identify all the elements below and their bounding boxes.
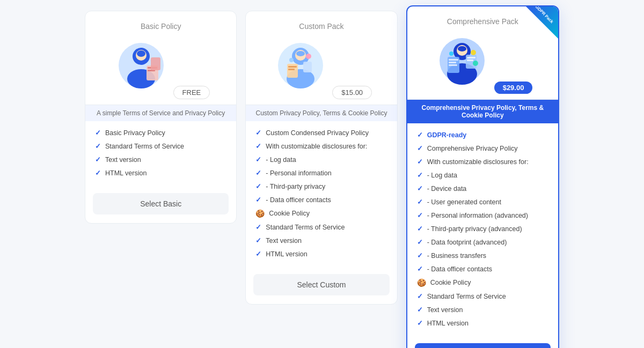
check-icon: ✓	[255, 182, 261, 190]
feature-text: - Data officer contacts	[266, 196, 331, 204]
plan-header: Comprehensive Pack $29.00	[407, 6, 558, 99]
svg-rect-26	[449, 64, 457, 66]
svg-point-32	[471, 50, 476, 55]
feature-item: ✓ HTML version	[255, 250, 387, 258]
button-label: Select Custom	[297, 280, 346, 289]
feature-text: Text version	[105, 156, 141, 164]
feature-item: ✓ - Personal information	[255, 169, 387, 177]
check-icon: ✓	[417, 171, 423, 179]
feature-item: ✓ Basic Privacy Policy	[95, 129, 226, 137]
check-icon: ✓	[417, 265, 423, 273]
feature-text: Text version	[266, 237, 302, 245]
check-icon: ✓	[255, 250, 261, 258]
feature-item: ✓ - Data officer contacts	[255, 196, 387, 204]
plan-card-comprehensive: GDPR Pack Comprehensive Pack $29.00 Comp…	[406, 5, 559, 348]
svg-rect-28	[467, 57, 475, 58]
feature-text: Basic Privacy Policy	[105, 129, 165, 137]
features-list: ✓ Basic Privacy Policy ✓ Standard Terms …	[85, 121, 236, 190]
check-icon: ✓	[417, 319, 423, 327]
check-icon: ✓	[255, 236, 261, 245]
cookie-icon: 🍪	[255, 209, 265, 218]
feature-item: ✓ Standard Terms of Service	[255, 223, 387, 231]
feature-item: ✓ - Data footprint (advanced)	[417, 238, 548, 246]
check-icon: ✓	[417, 292, 423, 300]
select-basic-button[interactable]: Select Basic	[93, 193, 229, 214]
plan-title: Basic Policy	[96, 22, 225, 31]
feature-item: 🍪 Cookie Policy	[417, 278, 548, 287]
svg-point-17	[296, 51, 305, 56]
feature-item: ✓ - Device data	[417, 184, 548, 192]
feature-text: Standard Terms of Service	[266, 224, 345, 231]
check-icon: ✓	[417, 251, 423, 260]
svg-rect-13	[288, 66, 297, 68]
svg-point-33	[449, 51, 453, 56]
feature-text: - Personal information	[266, 169, 331, 177]
plan-card-custom: Custom Pack $15.00 Custom Privacy Policy…	[245, 11, 397, 305]
feature-text: - Log data	[266, 156, 296, 164]
plan-subtitle: A simple Terms of Service and Privacy Po…	[85, 105, 236, 121]
features-list: ✓ Custom Condensed Privacy Policy ✓ With…	[246, 121, 397, 271]
feature-text: Cookie Policy	[269, 210, 310, 217]
plan-card-basic: Basic Policy FREE A simple Terms of Serv…	[85, 11, 237, 224]
feature-text: Standard Terms of Service	[427, 293, 506, 300]
feature-item: ✓ Text version	[95, 156, 226, 164]
plan-header: Custom Pack $15.00	[246, 11, 397, 105]
svg-rect-29	[467, 60, 473, 61]
feature-text: - Business transfers	[427, 252, 486, 260]
feature-text: HTML version	[266, 250, 307, 258]
check-icon: ✓	[255, 169, 261, 177]
feature-text: - Log data	[427, 172, 457, 179]
svg-rect-12	[287, 64, 298, 78]
feature-item: ✓ Text version	[417, 306, 548, 314]
feature-text: HTML version	[427, 320, 469, 327]
feature-item: ✓ Text version	[255, 236, 387, 245]
svg-point-34	[473, 61, 478, 66]
check-icon: ✓	[255, 156, 261, 164]
feature-text: Custom Condensed Privacy Policy	[266, 129, 369, 137]
feature-item: ✓ Comprehensive Privacy Policy	[417, 144, 548, 152]
check-icon: ✓	[417, 184, 423, 192]
feature-item: ✓ Standard Terms of Service	[417, 292, 548, 300]
feature-item: ✓ HTML version	[95, 169, 226, 177]
feature-text: - Data footprint (advanced)	[427, 239, 507, 246]
feature-text: Cookie Policy	[430, 279, 471, 286]
price-badge: $15.00	[332, 86, 372, 99]
feature-item: ✓ - Log data	[255, 156, 387, 164]
cookie-icon: 🍪	[417, 278, 426, 287]
select-custom-button[interactable]: Select Custom	[253, 274, 389, 295]
feature-text: Text version	[427, 306, 463, 314]
feature-text: - Third-party privacy (advanced)	[427, 225, 522, 233]
feature-text: Comprehensive Privacy Policy	[427, 145, 518, 152]
feature-item: ✓ - Third-party privacy (advanced)	[417, 225, 548, 233]
feature-text: - Data officer contacts	[427, 265, 492, 273]
feature-text: With customizable disclosures for:	[427, 158, 529, 166]
check-icon: ✓	[95, 142, 101, 150]
select-comprehensive-button[interactable]: Comprehensive (Selected) Generate your p…	[415, 343, 551, 348]
check-icon: ✓	[95, 156, 101, 164]
check-icon: ✓	[417, 198, 423, 206]
feature-item: ✓ GDPR-ready	[417, 131, 548, 139]
svg-point-8	[137, 50, 145, 57]
svg-rect-24	[449, 59, 458, 61]
check-icon: ✓	[255, 129, 261, 137]
svg-point-19	[289, 58, 294, 62]
feature-item: ✓ HTML version	[417, 319, 548, 327]
feature-text: Standard Terms of Service	[105, 143, 184, 150]
check-icon: ✓	[417, 158, 423, 166]
svg-rect-15	[303, 62, 312, 72]
feature-item: ✓ - Personal information (advanced)	[417, 211, 548, 219]
plan-title: Custom Pack	[257, 22, 386, 31]
svg-rect-6	[151, 57, 160, 70]
check-icon: ✓	[417, 306, 423, 314]
feature-text: GDPR-ready	[427, 131, 467, 139]
check-icon: ✓	[417, 225, 423, 233]
svg-rect-25	[449, 62, 456, 63]
features-list: ✓ GDPR-ready ✓ Comprehensive Privacy Pol…	[407, 123, 558, 340]
feature-item: ✓ - Third-party privacy	[255, 182, 387, 190]
price-badge: $29.00	[494, 82, 533, 94]
check-icon: ✓	[417, 144, 423, 152]
plan-header: Basic Policy FREE	[85, 11, 236, 105]
feature-item: 🍪 Cookie Policy	[255, 209, 387, 218]
feature-text: - Personal information (advanced)	[427, 212, 528, 219]
check-icon: ✓	[95, 129, 101, 137]
